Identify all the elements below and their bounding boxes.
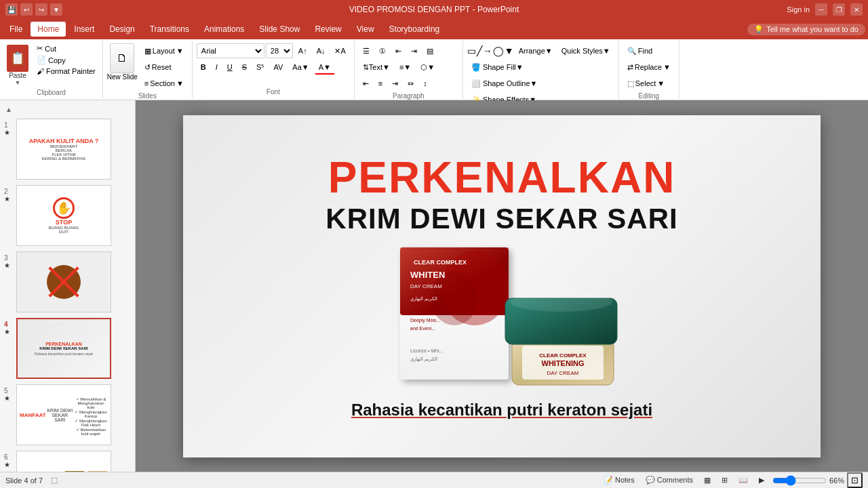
menu-review[interactable]: Review <box>308 22 348 37</box>
restore-icon[interactable]: ❐ <box>833 3 845 16</box>
menu-transitions[interactable]: Transitions <box>143 22 196 37</box>
slide-thumb-4[interactable]: 4 ★ PERKENALKAN KRIM DEWI SEKAR SARI Rah… <box>4 318 131 379</box>
slide-thumb-2[interactable]: 2 ★ ✋ STOP BUANG BUANGDUIT <box>4 185 131 246</box>
columns-button[interactable]: ▤ <box>422 43 437 58</box>
align-center-button[interactable]: ≡ <box>374 76 387 91</box>
shape-fill-button[interactable]: 🪣 Shape Fill▼ <box>467 60 528 75</box>
replace-button[interactable]: ⇄ Replace ▼ <box>623 60 675 75</box>
paste-dropdown-arrow[interactable]: ▼ <box>15 79 21 86</box>
menu-storyboarding[interactable]: Storyboarding <box>382 22 447 37</box>
numbering-button[interactable]: ① <box>375 43 390 58</box>
thumb1-text: APAKAH KULIT ANDA ? <box>29 138 99 144</box>
scroll-up-arrow[interactable]: ▲ <box>4 106 14 113</box>
justify-button[interactable]: ⇔ <box>403 76 418 91</box>
menu-home[interactable]: Home <box>31 22 66 37</box>
increase-font-button[interactable]: A↑ <box>294 43 311 58</box>
align-text-button[interactable]: ≡▼ <box>395 60 415 75</box>
minimize-icon[interactable]: ─ <box>815 3 827 16</box>
align-left-button[interactable]: ⇤ <box>359 76 373 91</box>
menu-insert[interactable]: Insert <box>67 22 101 37</box>
slide-img-2[interactable]: ✋ STOP BUANG BUANGDUIT <box>16 185 111 246</box>
shape-line[interactable]: ╱ <box>477 45 482 56</box>
select-button[interactable]: ⬚ Select ▼ <box>623 76 669 91</box>
bold-button[interactable]: B <box>197 60 210 75</box>
font-size-select[interactable]: 28 <box>266 43 293 58</box>
clear-format-button[interactable]: ✕A <box>330 43 349 58</box>
menu-slideshow[interactable]: Slide Show <box>252 22 307 37</box>
undo-icon[interactable]: ↩ <box>20 3 33 16</box>
decrease-indent-button[interactable]: ⇤ <box>391 43 406 58</box>
format-painter-button[interactable]: 🖌 Format Painter <box>34 66 98 76</box>
slide-sorter-button[interactable]: ⊞ <box>719 474 730 486</box>
arrange-button[interactable]: Arrange▼ <box>515 43 557 58</box>
layout-button[interactable]: ▦ Layout ▼ <box>140 43 188 58</box>
tell-me-box[interactable]: 💡 Tell me what you want to do <box>747 24 865 35</box>
new-slide-button[interactable]: 🗋 <box>110 43 134 73</box>
slide-img-6[interactable]: HASIL PEMAKAIAN KRIM DEWI SEKAR SARI <box>16 451 111 472</box>
zoom-slider[interactable] <box>772 475 827 486</box>
find-button[interactable]: 🔍 Find <box>623 43 656 58</box>
customize-icon[interactable]: ▼ <box>50 3 62 16</box>
normal-view-button[interactable]: ▦ <box>701 474 713 486</box>
product-image: CLEAR COMPLEX WHITEN DAY CREAM الكريم ال… <box>387 241 617 390</box>
sign-in-button[interactable]: Sign in <box>787 5 810 14</box>
font-family-select[interactable]: Arial <box>197 43 264 58</box>
change-case-button[interactable]: Aa▼ <box>288 60 313 75</box>
shape-rect[interactable]: ▭ <box>467 45 476 56</box>
slide-thumb-6[interactable]: 6 ★ HASIL PEMAKAIAN KRIM DEWI SEKAR SARI <box>4 451 131 472</box>
slide-thumb-1[interactable]: 1 ★ APAKAH KULIT ANDA ? BERJERAWATBERCAK… <box>4 119 131 180</box>
redo-icon[interactable]: ↪ <box>35 3 47 16</box>
thumb6-after <box>87 471 108 472</box>
svg-text:and Eveni...: and Eveni... <box>410 326 435 331</box>
section-arrow: ▼ <box>176 79 184 87</box>
product-box: CLEAR COMPLEX WHITEN DAY CREAM الكريم ال… <box>400 247 509 380</box>
font-color-button[interactable]: A▼ <box>315 60 335 75</box>
shape-oval[interactable]: ◯ <box>493 45 504 56</box>
svg-point-14 <box>511 291 612 312</box>
quick-styles-button[interactable]: Quick Styles▼ <box>557 43 614 58</box>
reading-view-button[interactable]: 📖 <box>736 474 751 486</box>
menu-animations[interactable]: Animations <box>197 22 251 37</box>
fit-to-window-icon[interactable]: ⬚ <box>51 476 58 485</box>
shape-arrow[interactable]: → <box>483 45 492 56</box>
cut-button[interactable]: ✂ Cut <box>34 43 98 54</box>
reset-button[interactable]: ↺ Reset <box>140 60 188 75</box>
shape-outline-button[interactable]: ⬜ Shape Outline▼ <box>467 76 542 91</box>
smartart-button[interactable]: ⬡▼ <box>416 60 439 75</box>
font-group: Arial 28 A↑ A↓ ✕A B I U S S⁵ AV Aa▼ A▼ F… <box>193 41 355 98</box>
slide-star-1: ★ <box>4 129 14 136</box>
underline-button[interactable]: U <box>223 60 237 75</box>
notes-button[interactable]: 📝 Notes <box>601 474 637 486</box>
line-spacing-button[interactable]: ↕ <box>419 76 431 91</box>
menu-file[interactable]: File <box>3 22 29 37</box>
menu-design[interactable]: Design <box>102 22 141 37</box>
close-icon[interactable]: ✕ <box>850 3 863 16</box>
slide-img-3[interactable] <box>16 251 111 312</box>
slide-img-1[interactable]: APAKAH KULIT ANDA ? BERJERAWATBERCAKFLEK… <box>16 119 111 180</box>
decrease-font-button[interactable]: A↓ <box>313 43 330 58</box>
increase-indent-button[interactable]: ⇥ <box>407 43 421 58</box>
slide-canvas[interactable]: PERKENALKAN KRIM DEWI SEKAR SARI <box>183 115 821 458</box>
italic-button[interactable]: I <box>212 60 222 75</box>
paste-button[interactable]: 📋 Paste ▼ <box>4 43 31 87</box>
fit-zoom-button[interactable]: ⊡ <box>847 472 863 488</box>
copy-button[interactable]: 📄 Copy <box>34 55 98 65</box>
comments-button[interactable]: 💬 Comments <box>643 474 696 486</box>
slide-thumb-3[interactable]: 3 ★ <box>4 251 131 312</box>
copy-icon: 📄 <box>37 56 46 64</box>
strikethrough-button[interactable]: S <box>238 60 251 75</box>
section-button[interactable]: ≡ Section ▼ <box>140 76 188 91</box>
shape-more[interactable]: ▼ <box>505 45 514 56</box>
slide-img-4[interactable]: PERKENALKAN KRIM DEWI SEKAR SARI Rahasia… <box>16 318 111 379</box>
slideshow-button[interactable]: ▶ <box>756 474 767 486</box>
bullets-button[interactable]: ☰ <box>359 43 374 58</box>
align-right-button[interactable]: ⇥ <box>388 76 402 91</box>
menu-view[interactable]: View <box>350 22 381 37</box>
char-spacing-button[interactable]: AV <box>269 60 287 75</box>
slide-main-title-red: PERKENALKAN <box>328 152 676 203</box>
shadow-button[interactable]: S⁵ <box>252 60 268 75</box>
save-icon[interactable]: 💾 <box>5 3 18 16</box>
text-direction-button[interactable]: ⇅Text▼ <box>359 60 394 75</box>
slide-thumb-5[interactable]: 5 ★ MANFAAT KRIM DEWI SEKAR SARI ✓ Memut… <box>4 384 131 445</box>
slide-img-5[interactable]: MANFAAT KRIM DEWI SEKAR SARI ✓ Memutihka… <box>16 384 111 445</box>
